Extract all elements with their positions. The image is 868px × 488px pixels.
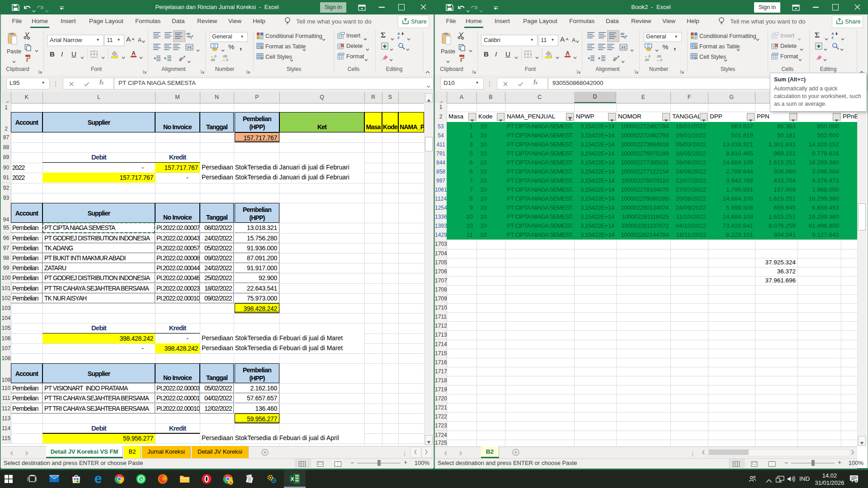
svg-text:A: A xyxy=(132,50,136,56)
svg-text:ab: ab xyxy=(186,32,190,36)
svg-text:Z: Z xyxy=(397,36,400,39)
svg-text:X: X xyxy=(291,476,294,482)
svg-text:→.0: →.0 xyxy=(222,58,228,61)
svg-text:→.0: →.0 xyxy=(656,58,662,61)
svg-text:.00: .00 xyxy=(644,58,649,61)
svg-text:≠: ≠ xyxy=(695,36,697,39)
svg-text:ab: ab xyxy=(179,56,184,62)
svg-text:Z: Z xyxy=(831,36,834,39)
svg-text:ab: ab xyxy=(613,56,618,62)
svg-text:≠: ≠ xyxy=(261,36,263,39)
svg-text:A: A xyxy=(566,50,570,56)
svg-text:ab: ab xyxy=(620,32,624,36)
svg-text:c: c xyxy=(190,36,192,39)
svg-text:.00: .00 xyxy=(210,58,215,61)
svg-text:c: c xyxy=(624,36,626,39)
